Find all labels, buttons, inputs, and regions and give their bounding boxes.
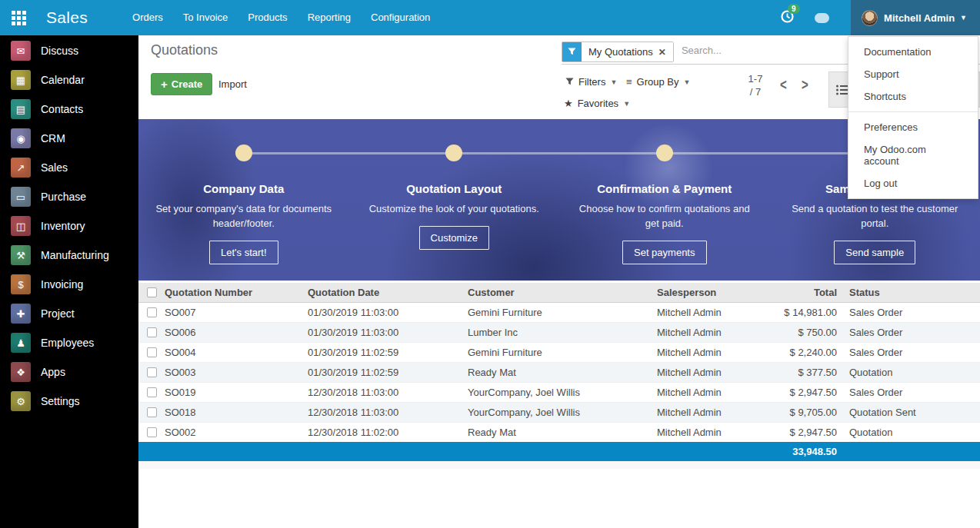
top-menu-item[interactable]: To Invoice [173, 0, 238, 35]
app-title[interactable]: Sales [46, 8, 88, 27]
messages-icon[interactable] [815, 13, 829, 23]
step-action-button[interactable]: Let's start! [209, 241, 278, 264]
row-checkbox[interactable] [147, 307, 157, 317]
sidebar-app-item[interactable]: $ Invoicing [0, 270, 138, 299]
col-quotation-number[interactable]: Quotation Number [162, 283, 305, 302]
row-checkbox[interactable] [147, 407, 157, 417]
row-checkbox[interactable] [147, 387, 157, 397]
cell-quotation-number: SO003 [162, 362, 305, 382]
row-checkbox[interactable] [147, 347, 157, 357]
activities-icon[interactable]: 9 [780, 9, 795, 26]
cell-quotation-number: SO002 [162, 422, 305, 442]
onboarding-step: Company Data Set your company's data for… [138, 144, 349, 281]
app-icon: ◫ [11, 216, 31, 236]
sidebar-app-item[interactable]: ◉ CRM [0, 124, 138, 153]
create-button[interactable]: + Create [151, 73, 212, 95]
col-total[interactable]: Total [754, 283, 842, 302]
user-menu-item[interactable]: My Odoo.com account [848, 138, 978, 172]
sidebar-app-label: Invoicing [41, 278, 83, 291]
cell-quotation-number: SO007 [162, 302, 305, 322]
sidebar-app-item[interactable]: ✉ Discuss [0, 36, 138, 65]
col-status[interactable]: Status [842, 283, 980, 302]
sidebar-app-item[interactable]: ↗ Sales [0, 153, 138, 182]
user-menu-button[interactable]: Mitchell Admin ▼ [851, 0, 980, 35]
table-footer-row: 33,948.50 [138, 442, 980, 461]
pager-next-button[interactable]: > [802, 75, 808, 94]
cell-status: Quotation Sent [842, 402, 980, 422]
select-all-checkbox[interactable] [147, 287, 157, 297]
quotation-row[interactable]: SO018 12/30/2018 11:03:00 YourCompany, J… [138, 402, 980, 422]
user-menu-item[interactable]: Log out [848, 172, 978, 194]
top-menu: OrdersTo InvoiceProductsReportingConfigu… [122, 0, 440, 35]
sidebar-app-label: Calendar [41, 74, 85, 86]
top-menu-item[interactable]: Products [238, 0, 297, 35]
user-menu-item[interactable]: Shortcuts [848, 85, 978, 108]
sidebar-app-label: Purchase [41, 191, 86, 203]
pager: 1-7 / 7 [740, 72, 771, 98]
cell-quotation-date: 12/30/2018 11:03:00 [305, 402, 465, 422]
import-button[interactable]: Import [218, 78, 247, 90]
quotation-row[interactable]: SO003 01/30/2019 11:02:59 Ready Mat Mitc… [138, 362, 980, 382]
sidebar-app-item[interactable]: ▭ Purchase [0, 182, 138, 211]
cell-salesperson: Mitchell Admin [654, 302, 754, 322]
pager-total: / 7 [740, 85, 771, 98]
facet-remove-icon[interactable]: ✕ [658, 47, 666, 58]
cell-customer: YourCompany, Joel Willis [465, 382, 654, 402]
cell-quotation-date: 01/30/2019 11:02:59 [305, 362, 465, 382]
top-menu-item[interactable]: Configuration [361, 0, 440, 35]
col-quotation-date[interactable]: Quotation Date [305, 283, 465, 302]
col-customer[interactable]: Customer [465, 283, 654, 302]
star-icon: ★ [564, 98, 573, 109]
sidebar-app-item[interactable]: ▦ Calendar [0, 65, 138, 95]
pager-previous-button[interactable]: < [780, 75, 787, 94]
step-action-button[interactable]: Set payments [622, 241, 707, 264]
sidebar-app-item[interactable]: ⚙ Settings [0, 387, 138, 416]
user-menu-item[interactable]: Support [848, 63, 978, 85]
sidebar-app-item[interactable]: ◫ Inventory [0, 211, 138, 241]
quotation-row[interactable]: SO019 12/30/2018 11:03:00 YourCompany, J… [138, 382, 980, 402]
sidebar-app-item[interactable]: ▤ Contacts [0, 95, 138, 124]
sidebar-app-label: Discuss [41, 45, 78, 57]
sidebar-app-item[interactable]: ♟ Employees [0, 328, 138, 357]
user-dropdown-menu: DocumentationSupportShortcuts Preference… [848, 36, 978, 199]
step-action-button[interactable]: Customize [419, 226, 489, 250]
col-salesperson[interactable]: Salesperson [654, 283, 754, 302]
row-checkbox[interactable] [147, 367, 157, 377]
cell-salesperson: Mitchell Admin [654, 322, 754, 342]
step-description: Set your company's data for documents he… [153, 201, 334, 231]
app-icon: ⚒ [11, 245, 31, 265]
timeline-dot-icon [656, 144, 673, 161]
cell-salesperson: Mitchell Admin [654, 342, 754, 362]
sidebar-app-item[interactable]: ❖ Apps [0, 357, 138, 387]
filter-facet-icon [562, 42, 582, 61]
sidebar-app-label: Project [41, 307, 75, 320]
onboarding-step: Confirmation & Payment Choose how to con… [559, 144, 770, 281]
sidebar-app-item[interactable]: ✚ Project [0, 299, 138, 328]
quotation-row[interactable]: SO002 12/30/2018 11:02:00 Ready Mat Mitc… [138, 422, 980, 442]
cell-quotation-number: SO018 [162, 402, 305, 422]
top-menu-item[interactable]: Orders [122, 0, 173, 35]
sidebar-app-item[interactable]: ⚒ Manufacturing [0, 241, 138, 270]
apps-grid-icon[interactable] [12, 11, 26, 25]
quotation-row[interactable]: SO007 01/30/2019 11:03:00 Gemini Furnitu… [138, 302, 980, 322]
page-title: Quotations [151, 42, 218, 58]
sidebar-app-label: Apps [41, 366, 65, 378]
quotation-row[interactable]: SO004 01/30/2019 11:02:59 Gemini Furnitu… [138, 342, 980, 362]
row-checkbox[interactable] [147, 427, 157, 437]
cell-status: Quotation [842, 422, 980, 442]
sidebar-app-label: Manufacturing [41, 249, 109, 261]
top-menu-item[interactable]: Reporting [298, 0, 361, 35]
cell-salesperson: Mitchell Admin [654, 362, 754, 382]
favorites-dropdown[interactable]: ★ Favorites ▼ [564, 98, 630, 109]
user-menu-item[interactable]: Preferences [848, 116, 978, 138]
quotation-row[interactable]: SO006 01/30/2019 11:03:00 Lumber Inc Mit… [138, 322, 980, 342]
groupby-dropdown[interactable]: ≡ Group By ▼ [626, 76, 690, 88]
user-menu-group-1: DocumentationSupportShortcuts [848, 41, 978, 108]
sidebar-app-label: CRM [41, 132, 65, 144]
user-menu-item[interactable]: Documentation [848, 41, 978, 63]
step-action-button[interactable]: Send sample [834, 241, 915, 264]
row-checkbox[interactable] [147, 327, 157, 337]
footer-total-sum: 33,948.50 [754, 442, 842, 461]
filters-dropdown[interactable]: Filters ▼ [565, 76, 617, 88]
cell-quotation-date: 01/30/2019 11:02:59 [305, 342, 465, 362]
